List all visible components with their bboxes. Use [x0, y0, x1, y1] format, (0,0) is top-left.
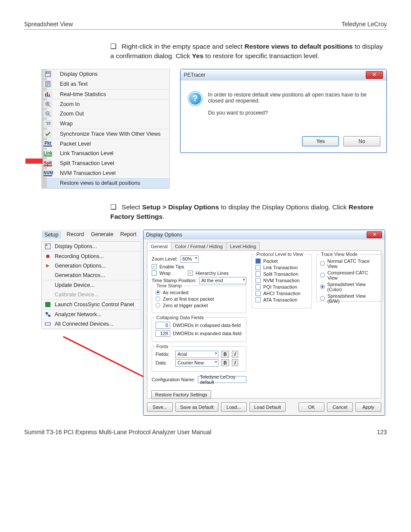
- ctx-link-level[interactable]: Link Link Transaction Level: [47, 149, 169, 159]
- stats-icon: [44, 90, 52, 98]
- tvm-3[interactable]: [320, 296, 325, 301]
- data-font-select[interactable]: Courier New: [175, 359, 218, 367]
- load-button[interactable]: Load...: [221, 402, 247, 412]
- menu-report[interactable]: Report: [119, 231, 137, 238]
- zoom-select[interactable]: 60%: [181, 255, 199, 263]
- ts-opt-0[interactable]: [156, 290, 160, 295]
- svg-rect-9: [45, 302, 50, 307]
- data-italic-button[interactable]: I: [232, 359, 238, 366]
- confirm-dialog: PETracer ✕ ? In order to restore default…: [180, 69, 387, 153]
- context-menu: Display Options Edit as Text Real-time S…: [41, 69, 170, 189]
- tab-level-hiding[interactable]: Level Hiding: [226, 242, 260, 250]
- tvm-2[interactable]: [320, 284, 325, 289]
- ctx-packet-level[interactable]: Pkt Packet Level: [47, 139, 169, 149]
- dlg2-close-button[interactable]: ✕: [367, 231, 382, 238]
- save-button[interactable]: Save...: [147, 402, 173, 412]
- tab-general[interactable]: General: [147, 242, 171, 250]
- ts-pos-label: Time Stamp Position:: [152, 278, 196, 283]
- ctx-restore-views[interactable]: Restore views to default positions: [47, 178, 169, 188]
- fields-font-select[interactable]: Arial: [175, 351, 218, 358]
- ctx-realtime-stats[interactable]: Real-time Statistics: [47, 89, 169, 99]
- options-icon: [44, 243, 52, 250]
- menu-record[interactable]: Record: [66, 231, 85, 238]
- pl-nvm-chk[interactable]: [255, 278, 261, 283]
- collapsing-group: Collapsing Data Fields: [155, 315, 206, 320]
- svg-point-8: [46, 255, 50, 258]
- instruction-1: ❑ Right-click in the empty space and sel…: [110, 42, 387, 61]
- pl-split-chk[interactable]: [255, 271, 261, 277]
- rec-icon: [44, 252, 52, 260]
- collapsed-dwords-input[interactable]: 0: [156, 322, 170, 329]
- cfg-name-input[interactable]: Teledyne LeCroy default: [198, 376, 246, 383]
- wrap-icon: [44, 120, 52, 128]
- instruction-2: ❑ Select Setup > Display Options to disp…: [110, 202, 387, 222]
- options-icon: [44, 70, 52, 78]
- nvm-icon: NVM: [44, 169, 52, 177]
- menu-recording-options[interactable]: Recording Options...: [42, 251, 141, 261]
- enable-tips-checkbox[interactable]: ✓: [152, 264, 157, 269]
- menubar: Setup Record Generate Report: [41, 230, 141, 240]
- svg-line-13: [63, 336, 149, 380]
- ctx-sync-views[interactable]: Synchronize Trace View With Other Views: [47, 129, 169, 139]
- menu-setup[interactable]: Setup: [42, 231, 61, 238]
- tvm-0[interactable]: [320, 261, 325, 266]
- expanded-dwords-input[interactable]: 128: [156, 330, 170, 337]
- zoom-label: Zoom Level:: [152, 256, 178, 261]
- load-default-button[interactable]: Load Default: [249, 402, 286, 412]
- footer-left: Summit T3-16 PCI Express Multi-Lane Prot…: [24, 429, 212, 436]
- ctx-zoom-out[interactable]: Zoom Out: [47, 109, 169, 119]
- footer-page: 123: [377, 429, 387, 436]
- ts-opt-2[interactable]: [156, 303, 160, 308]
- menu-analyzer-network[interactable]: Analyzer Network...: [42, 309, 141, 319]
- wrap-checkbox[interactable]: [152, 271, 157, 276]
- ctx-split-level[interactable]: Splt Split Transaction Level: [47, 159, 169, 168]
- ctx-wrap[interactable]: Wrap: [47, 119, 169, 129]
- gen-icon: [44, 262, 52, 270]
- svg-rect-11: [48, 315, 50, 317]
- save-default-button[interactable]: Save as Default: [175, 402, 218, 412]
- ctx-nvm-level[interactable]: NVM NVM Transaction Level: [47, 168, 169, 178]
- pl-ahci-chk[interactable]: [255, 291, 261, 296]
- ts-pos-select[interactable]: At the end: [199, 277, 246, 284]
- pl-ata-chk[interactable]: [255, 297, 261, 302]
- apply-button[interactable]: Apply: [355, 402, 381, 412]
- split-icon: Splt: [44, 159, 52, 167]
- setup-menu-area: Setup Record Generate Report Display Opt…: [41, 230, 141, 416]
- ctx-zoom-in[interactable]: Zoom In: [47, 99, 169, 109]
- svg-rect-2: [48, 72, 50, 74]
- menu-generation-macros[interactable]: Generation Macros...: [42, 271, 141, 280]
- svg-rect-12: [45, 323, 50, 325]
- zoom-in-icon: [44, 100, 52, 108]
- menu-calibrate-device: Calibrate Device...: [42, 290, 141, 299]
- data-bold-button[interactable]: B: [221, 359, 229, 366]
- edit-text-icon: [44, 80, 52, 88]
- dialog-message-1: In order to restore default view positio…: [208, 92, 379, 104]
- tab-color[interactable]: Color / Format / Hiding: [171, 242, 227, 250]
- hierarchy-checkbox[interactable]: ✓: [188, 271, 193, 276]
- menu-crosssync[interactable]: Launch CrossSync Control Panel: [42, 299, 141, 309]
- ts-group: Time Stamp: [155, 283, 184, 288]
- link-icon: Link: [44, 149, 52, 157]
- restore-factory-button[interactable]: Restore Factory Settings: [151, 390, 211, 399]
- menu-update-device[interactable]: Update Device...: [42, 280, 141, 290]
- fields-italic-button[interactable]: I: [232, 351, 238, 358]
- ctx-edit-as-text[interactable]: Edit as Text: [47, 79, 169, 89]
- tvm-1[interactable]: [320, 273, 325, 277]
- menu-generate[interactable]: Generate: [90, 231, 114, 238]
- no-button[interactable]: No: [343, 136, 380, 146]
- ok-button[interactable]: OK: [299, 402, 324, 412]
- pl-link-chk[interactable]: [255, 265, 261, 270]
- menu-all-devices[interactable]: All Connected Devices...: [42, 319, 141, 329]
- fields-bold-button[interactable]: B: [221, 351, 229, 358]
- svg-rect-1: [46, 72, 47, 74]
- page-header-right: Teledyne LeCroy: [342, 21, 387, 28]
- menu-generation-options[interactable]: Generation Options...: [42, 261, 141, 271]
- menu-display-options[interactable]: Display Options...: [42, 242, 141, 251]
- close-button[interactable]: ✕: [366, 71, 383, 79]
- ts-opt-1[interactable]: [156, 296, 160, 301]
- pl-pqi-chk[interactable]: [255, 284, 261, 289]
- ctx-display-options[interactable]: Display Options: [47, 69, 169, 79]
- yes-button[interactable]: Yes: [302, 136, 339, 146]
- pl-packet-chk[interactable]: [255, 258, 261, 264]
- cancel-button[interactable]: Cancel: [327, 402, 353, 412]
